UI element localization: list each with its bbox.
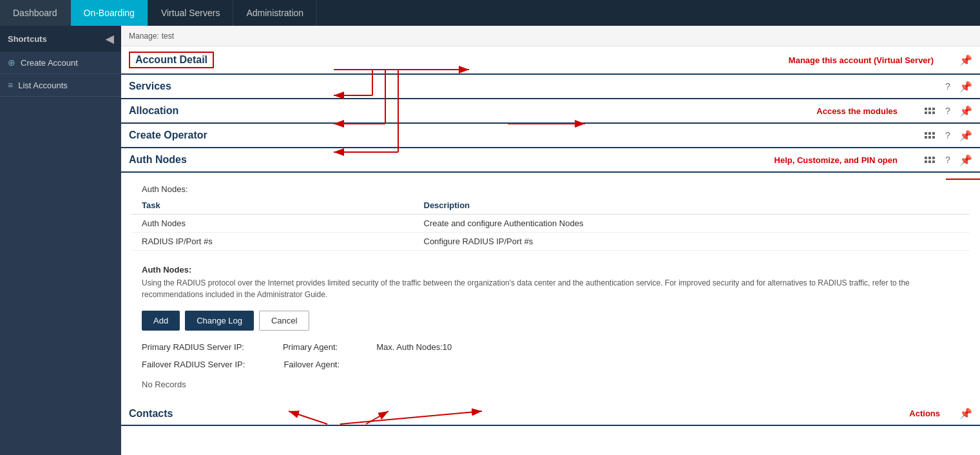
services-icons: ? 📌 — [941, 80, 972, 93]
account-detail-title: Account Detail — [129, 52, 214, 68]
allocation-grid-icon[interactable] — [923, 104, 936, 117]
sidebar-item-list-accounts-label: List Accounts — [18, 81, 68, 90]
auth-nodes-pin-icon[interactable]: 📌 — [959, 154, 972, 166]
primary-agent-field: Primary Agent: — [283, 342, 338, 352]
sidebar-title: Shortcuts — [8, 34, 47, 44]
allocation-title: Allocation — [129, 105, 178, 117]
create-operator-grid-icon[interactable] — [923, 129, 936, 142]
auth-nodes-icons: ? 📌 — [923, 153, 972, 166]
top-navigation: Dashboard On-Boarding Virtual Servers Ad… — [0, 0, 980, 26]
list-accounts-icon: ≡ — [8, 80, 13, 90]
access-modules-annotation: Access the modules — [816, 106, 898, 116]
section-account-detail: Account Detail Manage this account (Virt… — [121, 46, 980, 75]
table-row: RADIUS IP/Port #s Configure RADIUS IP/Po… — [131, 233, 970, 251]
change-log-button[interactable]: Change Log — [185, 311, 254, 331]
services-title: Services — [129, 81, 171, 92]
auth-nodes-button-row: Add Change Log Cancel — [131, 307, 970, 338]
max-auth-nodes-label: Max. Auth Nodes:10 — [376, 342, 452, 352]
account-detail-pin-icon[interactable]: 📌 — [959, 54, 972, 66]
failover-radius-label: Failover RADIUS Server IP: — [142, 360, 245, 369]
sidebar-item-create-account[interactable]: ⊕ Create Account — [0, 52, 121, 74]
section-services: Services ? 📌 — [121, 75, 980, 99]
create-account-icon: ⊕ — [8, 57, 15, 68]
auth-nodes-desc-text: Using the RADIUS protocol over the Inter… — [131, 277, 970, 307]
sidebar-item-create-account-label: Create Account — [21, 58, 78, 68]
auth-nodes-title: Auth Nodes — [129, 154, 187, 166]
allocation-pin-icon[interactable]: 📌 — [959, 105, 972, 117]
sidebar-toggle-icon[interactable]: ◀ — [106, 33, 113, 45]
table-cell-task-1: Auth Nodes — [131, 215, 414, 233]
actions-annotation-text: Actions — [909, 409, 940, 418]
create-operator-title: Create Operator — [129, 130, 207, 141]
cancel-button[interactable]: Cancel — [259, 311, 309, 331]
app-body: Shortcuts ◀ ⊕ Create Account ≡ List Acco… — [0, 26, 980, 455]
table-cell-desc-1: Create and configure Authentication Node… — [414, 215, 970, 233]
table-row: Auth Nodes Create and configure Authenti… — [131, 215, 970, 233]
max-auth-nodes-field: Max. Auth Nodes:10 — [376, 342, 452, 352]
manage-label: Manage: — [129, 32, 159, 41]
auth-nodes-help-icon[interactable]: ? — [941, 153, 954, 166]
nav-dashboard[interactable]: Dashboard — [0, 0, 71, 26]
services-pin-icon[interactable]: 📌 — [959, 81, 972, 93]
section-contacts: Contacts Actions 📌 — [121, 402, 980, 426]
table-header-description: Description — [414, 197, 970, 215]
sidebar-header: Shortcuts ◀ — [0, 26, 121, 52]
primary-radius-field: Primary RADIUS Server IP: — [142, 342, 244, 352]
sidebar: Shortcuts ◀ ⊕ Create Account ≡ List Acco… — [0, 26, 121, 455]
table-header-task: Task — [131, 197, 414, 215]
failover-agent-label: Failover Agent: — [283, 360, 340, 369]
main-content: Manage: test Account Detail Manage this … — [121, 26, 980, 455]
create-operator-icons: ? 📌 — [923, 129, 972, 142]
table-cell-desc-2: Configure RADIUS IP/Port #s — [414, 233, 970, 251]
add-button[interactable]: Add — [142, 311, 180, 331]
help-customize-pin-annotation: Help, Customize, and PIN open — [774, 155, 898, 165]
form-fields-row-2: Failover RADIUS Server IP: Failover Agen… — [131, 356, 970, 373]
main-wrapper: Manage: test Account Detail Manage this … — [121, 26, 980, 455]
primary-radius-label: Primary RADIUS Server IP: — [142, 342, 244, 352]
failover-radius-field: Failover RADIUS Server IP: — [142, 360, 245, 369]
auth-nodes-content: Auth Nodes: Task Description Auth Nodes … — [121, 173, 980, 402]
contacts-pin-icon[interactable]: 📌 — [959, 407, 972, 420]
auth-nodes-label1: Auth Nodes: — [131, 179, 970, 197]
auth-nodes-grid-icon[interactable] — [923, 153, 936, 166]
manage-value: test — [162, 32, 174, 41]
create-operator-help-icon[interactable]: ? — [941, 129, 954, 142]
contacts-title: Contacts — [129, 408, 173, 420]
services-help-icon[interactable]: ? — [941, 80, 954, 93]
breadcrumb: Manage: test — [121, 26, 980, 46]
failover-agent-field: Failover Agent: — [283, 360, 340, 369]
auth-nodes-desc-label: Auth Nodes: — [131, 258, 970, 277]
table-cell-task-2: RADIUS IP/Port #s — [131, 233, 414, 251]
allocation-help-icon[interactable]: ? — [941, 104, 954, 117]
nav-administration[interactable]: Administration — [233, 0, 317, 26]
primary-agent-label: Primary Agent: — [283, 342, 338, 352]
allocation-icons: ? 📌 — [923, 104, 972, 117]
section-create-operator: Create Operator ? 📌 — [121, 124, 980, 148]
section-auth-nodes: Auth Nodes Help, Customize, and PIN open — [121, 148, 980, 173]
nav-onboarding[interactable]: On-Boarding — [71, 0, 148, 26]
no-records-text: No Records — [131, 373, 970, 396]
manage-account-annotation: Manage this account (Virtual Server) — [789, 55, 934, 65]
nav-virtual-servers[interactable]: Virtual Servers — [148, 0, 234, 26]
create-operator-pin-icon[interactable]: 📌 — [959, 130, 972, 142]
section-allocation: Allocation Access the modules — [121, 99, 980, 124]
form-fields-row-1: Primary RADIUS Server IP: Primary Agent:… — [131, 338, 970, 356]
auth-nodes-table: Task Description Auth Nodes Create and c… — [131, 197, 970, 251]
sidebar-item-list-accounts[interactable]: ≡ List Accounts — [0, 74, 121, 97]
